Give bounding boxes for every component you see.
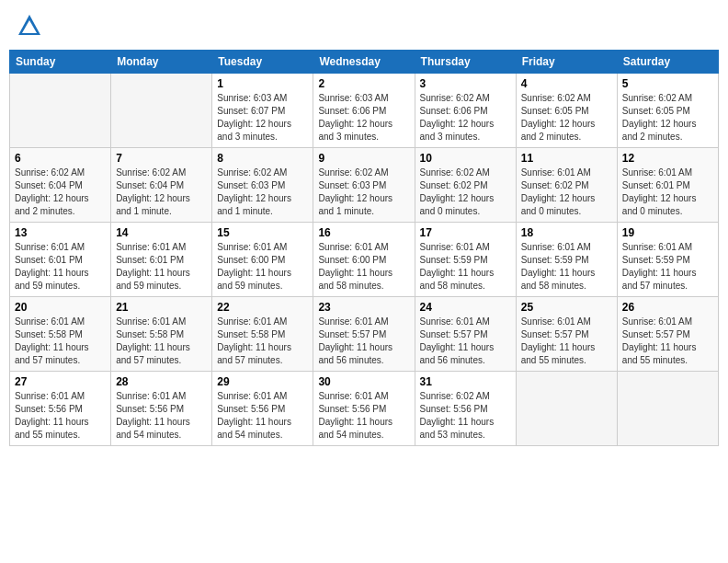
- day-info: Sunrise: 6:01 AMSunset: 5:56 PMDaylight:…: [116, 390, 207, 442]
- day-number: 22: [217, 301, 308, 314]
- day-info: Sunrise: 6:02 AMSunset: 6:05 PMDaylight:…: [622, 92, 713, 144]
- day-info: Sunrise: 6:01 AMSunset: 5:57 PMDaylight:…: [521, 316, 612, 367]
- day-number: 4: [521, 77, 612, 90]
- day-info: Sunrise: 6:03 AMSunset: 6:06 PMDaylight:…: [318, 92, 409, 144]
- calendar-day-cell: 16Sunrise: 6:01 AMSunset: 6:00 PMDayligh…: [313, 223, 415, 297]
- calendar-day-cell: [617, 372, 718, 446]
- day-info: Sunrise: 6:01 AMSunset: 5:56 PMDaylight:…: [217, 390, 308, 442]
- day-info: Sunrise: 6:01 AMSunset: 6:00 PMDaylight:…: [217, 241, 308, 293]
- day-number: 15: [217, 226, 308, 239]
- calendar-day-cell: 12Sunrise: 6:01 AMSunset: 6:01 PMDayligh…: [617, 148, 718, 223]
- calendar-day-cell: 9Sunrise: 6:02 AMSunset: 6:03 PMDaylight…: [313, 148, 415, 223]
- calendar-day-cell: 27Sunrise: 6:01 AMSunset: 5:56 PMDayligh…: [10, 372, 111, 446]
- day-info: Sunrise: 6:02 AMSunset: 5:56 PMDaylight:…: [420, 390, 511, 442]
- calendar-day-cell: 7Sunrise: 6:02 AMSunset: 6:04 PMDaylight…: [111, 148, 212, 223]
- day-info: Sunrise: 6:02 AMSunset: 6:04 PMDaylight:…: [116, 167, 207, 218]
- day-number: 20: [15, 301, 106, 314]
- logo: [17, 13, 46, 39]
- calendar-day-cell: 10Sunrise: 6:02 AMSunset: 6:02 PMDayligh…: [415, 148, 516, 223]
- day-number: 13: [15, 226, 106, 239]
- day-number: 6: [15, 152, 106, 165]
- day-info: Sunrise: 6:01 AMSunset: 5:59 PMDaylight:…: [420, 241, 511, 293]
- day-number: 7: [116, 152, 207, 165]
- logo-icon: [17, 13, 42, 39]
- day-number: 5: [622, 77, 713, 90]
- day-number: 23: [318, 301, 409, 314]
- calendar-day-cell: 3Sunrise: 6:02 AMSunset: 6:06 PMDaylight…: [415, 74, 516, 148]
- weekday-header: Tuesday: [212, 51, 313, 74]
- calendar-day-cell: 13Sunrise: 6:01 AMSunset: 6:01 PMDayligh…: [10, 223, 111, 297]
- calendar-day-cell: 8Sunrise: 6:02 AMSunset: 6:03 PMDaylight…: [212, 148, 313, 223]
- day-number: 19: [622, 226, 713, 239]
- day-number: 27: [15, 375, 106, 388]
- day-info: Sunrise: 6:02 AMSunset: 6:04 PMDaylight:…: [15, 167, 106, 218]
- calendar-day-cell: 24Sunrise: 6:01 AMSunset: 5:57 PMDayligh…: [415, 297, 516, 372]
- day-number: 21: [116, 301, 207, 314]
- day-info: Sunrise: 6:01 AMSunset: 5:56 PMDaylight:…: [318, 390, 409, 442]
- day-info: Sunrise: 6:01 AMSunset: 5:57 PMDaylight:…: [420, 316, 511, 367]
- day-number: 9: [318, 152, 409, 165]
- day-info: Sunrise: 6:01 AMSunset: 6:01 PMDaylight:…: [116, 241, 207, 293]
- calendar-day-cell: [516, 372, 617, 446]
- day-number: 24: [420, 301, 511, 314]
- day-info: Sunrise: 6:01 AMSunset: 6:00 PMDaylight:…: [318, 241, 409, 293]
- calendar-day-cell: 4Sunrise: 6:02 AMSunset: 6:05 PMDaylight…: [516, 74, 617, 148]
- calendar-day-cell: 2Sunrise: 6:03 AMSunset: 6:06 PMDaylight…: [313, 74, 415, 148]
- calendar-week-row: 6Sunrise: 6:02 AMSunset: 6:04 PMDaylight…: [10, 148, 719, 223]
- day-number: 12: [622, 152, 713, 165]
- calendar-header-row: SundayMondayTuesdayWednesdayThursdayFrid…: [10, 51, 719, 74]
- day-number: 14: [116, 226, 207, 239]
- day-number: 26: [622, 301, 713, 314]
- calendar-week-row: 20Sunrise: 6:01 AMSunset: 5:58 PMDayligh…: [10, 297, 719, 372]
- day-number: 3: [420, 77, 511, 90]
- day-info: Sunrise: 6:01 AMSunset: 5:58 PMDaylight:…: [15, 316, 106, 367]
- day-info: Sunrise: 6:01 AMSunset: 5:58 PMDaylight:…: [116, 316, 207, 367]
- calendar-day-cell: 20Sunrise: 6:01 AMSunset: 5:58 PMDayligh…: [10, 297, 111, 372]
- day-info: Sunrise: 6:01 AMSunset: 5:56 PMDaylight:…: [15, 390, 106, 442]
- day-info: Sunrise: 6:02 AMSunset: 6:03 PMDaylight:…: [217, 167, 308, 218]
- day-number: 31: [420, 375, 511, 388]
- calendar-day-cell: 1Sunrise: 6:03 AMSunset: 6:07 PMDaylight…: [212, 74, 313, 148]
- calendar-day-cell: 5Sunrise: 6:02 AMSunset: 6:05 PMDaylight…: [617, 74, 718, 148]
- calendar-day-cell: [10, 74, 111, 148]
- weekday-header: Wednesday: [313, 51, 415, 74]
- calendar-day-cell: 31Sunrise: 6:02 AMSunset: 5:56 PMDayligh…: [415, 372, 516, 446]
- day-number: 29: [217, 375, 308, 388]
- calendar-day-cell: 6Sunrise: 6:02 AMSunset: 6:04 PMDaylight…: [10, 148, 111, 223]
- day-info: Sunrise: 6:01 AMSunset: 5:57 PMDaylight:…: [622, 316, 713, 367]
- day-info: Sunrise: 6:01 AMSunset: 6:01 PMDaylight:…: [622, 167, 713, 218]
- calendar-table: SundayMondayTuesdayWednesdayThursdayFrid…: [9, 50, 719, 446]
- calendar-day-cell: 22Sunrise: 6:01 AMSunset: 5:58 PMDayligh…: [212, 297, 313, 372]
- calendar-week-row: 27Sunrise: 6:01 AMSunset: 5:56 PMDayligh…: [10, 372, 719, 446]
- calendar-day-cell: 18Sunrise: 6:01 AMSunset: 5:59 PMDayligh…: [516, 223, 617, 297]
- calendar-day-cell: 15Sunrise: 6:01 AMSunset: 6:00 PMDayligh…: [212, 223, 313, 297]
- day-info: Sunrise: 6:03 AMSunset: 6:07 PMDaylight:…: [217, 92, 308, 144]
- day-info: Sunrise: 6:01 AMSunset: 6:02 PMDaylight:…: [521, 167, 612, 218]
- day-number: 1: [217, 77, 308, 90]
- day-info: Sunrise: 6:01 AMSunset: 5:57 PMDaylight:…: [318, 316, 409, 367]
- day-info: Sunrise: 6:02 AMSunset: 6:05 PMDaylight:…: [521, 92, 612, 144]
- day-info: Sunrise: 6:01 AMSunset: 5:59 PMDaylight:…: [521, 241, 612, 293]
- weekday-header: Friday: [516, 51, 617, 74]
- day-number: 10: [420, 152, 511, 165]
- day-number: 8: [217, 152, 308, 165]
- weekday-header: Thursday: [415, 51, 516, 74]
- calendar-day-cell: 30Sunrise: 6:01 AMSunset: 5:56 PMDayligh…: [313, 372, 415, 446]
- calendar-day-cell: 26Sunrise: 6:01 AMSunset: 5:57 PMDayligh…: [617, 297, 718, 372]
- day-number: 25: [521, 301, 612, 314]
- weekday-header: Sunday: [10, 51, 111, 74]
- calendar-week-row: 1Sunrise: 6:03 AMSunset: 6:07 PMDaylight…: [10, 74, 719, 148]
- day-number: 30: [318, 375, 409, 388]
- day-info: Sunrise: 6:02 AMSunset: 6:02 PMDaylight:…: [420, 167, 511, 218]
- calendar-day-cell: 14Sunrise: 6:01 AMSunset: 6:01 PMDayligh…: [111, 223, 212, 297]
- day-info: Sunrise: 6:01 AMSunset: 6:01 PMDaylight:…: [15, 241, 106, 293]
- calendar-day-cell: 21Sunrise: 6:01 AMSunset: 5:58 PMDayligh…: [111, 297, 212, 372]
- day-number: 11: [521, 152, 612, 165]
- day-number: 2: [318, 77, 409, 90]
- day-number: 16: [318, 226, 409, 239]
- day-info: Sunrise: 6:01 AMSunset: 5:58 PMDaylight:…: [217, 316, 308, 367]
- day-info: Sunrise: 6:02 AMSunset: 6:03 PMDaylight:…: [318, 167, 409, 218]
- day-number: 17: [420, 226, 511, 239]
- calendar-day-cell: 17Sunrise: 6:01 AMSunset: 5:59 PMDayligh…: [415, 223, 516, 297]
- calendar-day-cell: 19Sunrise: 6:01 AMSunset: 5:59 PMDayligh…: [617, 223, 718, 297]
